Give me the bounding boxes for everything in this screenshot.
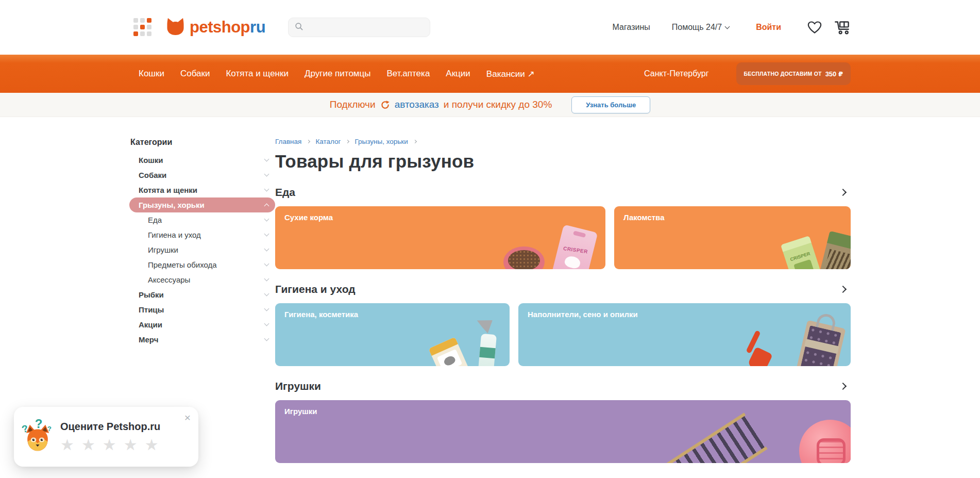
chevron-down-icon [264,336,269,341]
sidebar-item-kittens-puppies[interactable]: Котята и щенки [129,183,275,197]
chevron-down-icon [264,306,269,311]
cart-icon [834,20,851,36]
delivery-label: БЕСПЛАТНО ДОСТАВИМ ОТ [744,71,822,77]
star-2[interactable]: ★ [81,437,95,453]
chevron-right-icon [307,140,310,143]
star-3[interactable]: ★ [103,437,116,453]
chevron-down-icon [264,321,269,326]
delivery-price: 350 ₽ [825,70,843,78]
nav-item-vacancies[interactable]: Вакансии ↗ [486,69,535,79]
breadcrumb: Главная Каталог Грызуны, хорьки [275,138,851,145]
search-bar[interactable] [288,18,430,37]
sidebar-item-household[interactable]: Предметы обихода [129,257,275,272]
rating-stars: ★ ★ ★ ★ ★ [60,437,160,453]
main-nav: Кошки Собаки Котята и щенки Другие питом… [0,55,980,93]
sidebar-item-fish[interactable]: Рыбки [129,287,275,302]
section-food-header: Еда [275,186,851,199]
chevron-down-icon [264,217,269,222]
chevron-down-icon [264,276,269,282]
favorites-button[interactable] [807,20,822,35]
help-menu[interactable]: Помощь 24/7 [672,23,729,32]
chevron-right-icon [839,189,847,196]
sidebar-item-accessories[interactable]: Аксессуары [129,272,275,287]
section-title: Игрушки [275,380,321,392]
rating-popup: ? ? ? Оцените Petshop.ru ★ ★ ★ ★ ★ × [14,407,198,467]
rating-popup-title: Оцените Petshop.ru [60,421,160,433]
sidebar-item-food[interactable]: Еда [129,212,275,227]
section-hygiene-header: Гигиена и уход [275,283,851,296]
login-button[interactable]: Войти [756,23,781,32]
page-title: Товары для грызунов [275,151,851,172]
chevron-down-icon [264,172,269,177]
petshop-logo[interactable]: petshopru [165,18,265,38]
chevron-down-icon [264,261,269,267]
free-delivery-badge[interactable]: БЕСПЛАТНО ДОСТАВИМ ОТ 350 ₽ [736,62,851,85]
section-arrow-button[interactable] [837,380,851,393]
chevron-right-icon [413,140,417,143]
chevron-down-icon [264,187,269,192]
fox-icon: ? ? ? [21,419,54,455]
search-input[interactable] [308,23,424,31]
card-label: Сухие корма [284,213,333,222]
sidebar-item-merch[interactable]: Мерч [129,332,275,347]
logo-wordmark: petshopru [190,18,265,37]
chevron-down-icon [725,24,730,29]
section-arrow-button[interactable] [837,186,851,199]
section-toys-header: Игрушки [275,380,851,393]
star-5[interactable]: ★ [145,437,159,453]
chevron-right-icon [839,383,847,390]
close-icon[interactable]: × [184,412,191,423]
chevron-down-icon [264,232,269,237]
sidebar-title: Категории [129,138,275,147]
breadcrumb-rodents[interactable]: Грызуны, хорьки [354,138,408,145]
learn-more-button[interactable]: Узнать больше [571,96,650,113]
card-treats[interactable]: Лакомства CRISPER [614,206,851,269]
chevron-down-icon [264,291,269,296]
autoorder-link[interactable]: автозаказ [395,99,439,110]
sidebar-item-rodents-ferrets[interactable]: Грызуны, хорьки [129,197,275,212]
cart-button[interactable] [834,20,851,36]
card-litter-hay-sawdust[interactable]: Наполнители, сено и опилки [518,303,851,366]
sidebar-item-cats[interactable]: Кошки [129,153,275,168]
sidebar-item-promotions[interactable]: Акции [129,317,275,332]
card-dry-food[interactable]: Сухие корма CRISPER [275,206,605,269]
breadcrumb-home[interactable]: Главная [275,138,301,145]
card-label: Игрушки [284,407,317,416]
card-toys[interactable]: Игрушки [275,400,851,463]
chevron-down-icon [264,157,269,162]
card-hygiene-cosmetics[interactable]: Гигиена, косметика [275,303,510,366]
sidebar-item-hygiene-care[interactable]: Гигиена и уход [129,227,275,242]
autoorder-refresh-icon [380,100,390,110]
sidebar-item-birds[interactable]: Птицы [129,302,275,317]
chevron-up-icon [264,204,269,209]
section-title: Еда [275,186,295,199]
promo-text: Подключи автозаказ и получи скидку до 30… [330,99,552,110]
star-1[interactable]: ★ [60,437,74,453]
chevron-right-icon [346,140,349,143]
nav-item-vet-pharmacy[interactable]: Вет.аптека [387,69,430,79]
cat-icon [165,18,185,38]
nav-item-dogs[interactable]: Собаки [180,69,210,79]
top-header: petshopru Магазины Помощь 24/7 Войти [0,0,980,55]
card-label: Наполнители, сено и опилки [528,310,638,319]
city-selector[interactable]: Санкт-Петербург [644,69,708,78]
card-label: Лакомства [623,213,664,222]
svg-text:?: ? [35,419,43,431]
section-arrow-button[interactable] [837,283,851,296]
chevron-down-icon [264,246,269,252]
nav-item-cats[interactable]: Кошки [139,69,164,79]
sidebar-item-dogs[interactable]: Собаки [129,168,275,183]
card-label: Гигиена, косметика [284,310,358,319]
promo-banner: Подключи автозаказ и получи скидку до 30… [0,93,980,117]
nav-item-other-pets[interactable]: Другие питомцы [305,69,371,79]
stores-link[interactable]: Магазины [613,23,650,32]
search-icon [295,22,303,33]
section-title: Гигиена и уход [275,283,356,295]
nav-item-promotions[interactable]: Акции [446,69,470,79]
logo-dots-icon [133,18,152,37]
breadcrumb-catalog[interactable]: Каталог [315,138,341,145]
nav-item-kittens-puppies[interactable]: Котята и щенки [226,69,289,79]
heart-icon [807,20,822,35]
sidebar-item-toys[interactable]: Игрушки [129,242,275,257]
star-4[interactable]: ★ [124,437,138,453]
